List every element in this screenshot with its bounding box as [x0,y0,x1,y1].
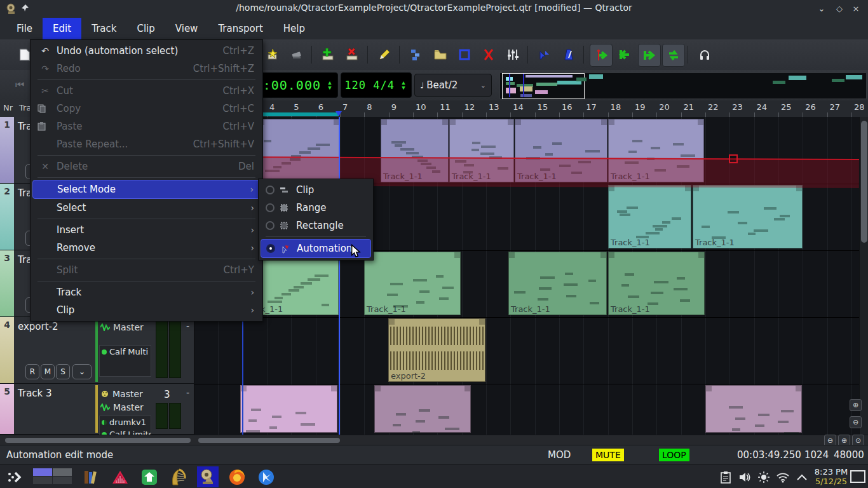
red-triangle-app-icon[interactable] [109,466,131,487]
menubar-item-transport[interactable]: Transport [208,18,273,39]
minimize-button[interactable]: ⌄ [816,3,827,15]
mixer-sliders-icon[interactable] [502,44,524,65]
plugin-item[interactable]: Calf Multi Ch [100,346,151,358]
menu-item-insert[interactable]: Insert› [32,221,261,239]
menubar-item-track[interactable]: Track [81,18,126,39]
time-spinner[interactable]: ▲▼ [325,80,335,90]
session-thumbnail[interactable] [499,72,867,99]
snap-select[interactable]: ♩ Beat/2 ⌄ [414,74,492,97]
wifi-icon[interactable] [772,466,794,487]
clip-Track_1-1-8[interactable]: Track_1-1 [364,252,461,315]
menu-item-paste-repeat-[interactable]: Paste Repeat...Ctrl+Shift+V [32,135,261,153]
track-options-chevron[interactable]: ⌄ [72,364,92,379]
track-r-button[interactable]: R [25,364,39,379]
plugin-item[interactable]: drumkv1 [100,416,151,428]
track-properties-pencil-icon[interactable] [374,44,395,65]
tracklist-scroll-handle[interactable] [5,438,191,443]
mode-item-rectangle[interactable]: Rectangle [261,217,371,234]
track-s-button[interactable]: S [56,364,70,379]
track-row-4[interactable]: 4export-2MasterCalf Multi Ch-RMS⌄ [0,317,194,384]
menubar-item-edit[interactable]: Edit [43,18,81,39]
mode-item-range[interactable]: Range [261,199,371,217]
menubar-item-file[interactable]: File [6,18,43,39]
virtual-desktops-pager[interactable] [33,468,72,484]
clip-untitled-14[interactable] [705,385,802,433]
new-take-star-icon[interactable] [262,44,283,65]
menu-item-delete[interactable]: ✕DeleteDel [32,158,261,175]
note-icon: ♩ [420,81,424,90]
rect-select-icon[interactable] [454,44,475,65]
folder-icon[interactable] [430,44,451,65]
marker-prev-icon[interactable] [614,44,635,65]
timeline-scroll-handle[interactable] [198,438,340,443]
harp-app-icon[interactable] [168,466,189,487]
clip-k_1-1-7[interactable]: k_1-1 [258,252,339,315]
clip-split-red-icon[interactable] [478,44,499,65]
timeline-canvas[interactable]: Track_1-1Track_1-1Track_1-1Track_1-1Trac… [194,117,859,435]
track-add-icon[interactable] [318,44,339,65]
brightness-icon[interactable] [753,466,775,487]
horizontal-scrollbar[interactable]: ⊖ ⊕ ⊙ [0,435,868,445]
menubar-item-clip[interactable]: Clip [126,18,165,39]
firefox-icon[interactable] [226,466,248,487]
track-output[interactable]: Master [100,401,144,414]
menu-item-cut[interactable]: ✂CutCtrl+X [32,82,261,100]
plugin-item[interactable]: Calf Limiter [100,428,151,435]
clip-Track_1-1-6[interactable]: Track_1-1 [693,185,803,248]
clip-Track_1-1-10[interactable]: Track_1-1 [608,252,705,315]
mode-item-clip[interactable]: Clip [261,181,371,199]
tempo-display[interactable]: 120 4/4 ▲▼ [341,72,412,98]
automation-arrow-icon[interactable] [534,44,555,65]
clip-blue-icon[interactable] [405,44,427,65]
track-remove-icon[interactable] [342,44,363,65]
menu-item-split[interactable]: SplitCtrl+Y [32,261,261,279]
loop-arrows-icon[interactable] [662,44,685,67]
track-output[interactable]: Master [100,388,143,400]
show-desktop-button[interactable] [850,470,865,483]
vertical-scrollbar[interactable] [859,117,868,435]
track-output[interactable]: Master [100,321,144,334]
vzoom-out-icon[interactable]: ⊖ [850,416,862,428]
clip-untitled-12[interactable] [240,385,337,433]
tempo-spinner[interactable]: ▲▼ [398,80,409,90]
blue-circle-app-icon[interactable] [255,466,277,487]
punch-in-icon[interactable] [590,44,613,67]
clipboard-icon[interactable] [715,466,736,487]
menu-item-clip[interactable]: Clip› [32,301,261,319]
menu-item-redo[interactable]: ↷RedoCtrl+Shift+Z [32,60,261,78]
metronome-blue-icon[interactable] [558,44,580,65]
menu-item-undo-automation-select-[interactable]: ↶Undo (automation select)Ctrl+Z [32,42,261,60]
close-button[interactable]: × [850,3,862,15]
vzoom-in-icon[interactable]: ⊕ [850,399,862,411]
menubar-item-view[interactable]: View [165,18,208,39]
track-m-button[interactable]: M [41,364,55,379]
volume-icon[interactable] [734,466,756,487]
marker-next-icon[interactable] [638,44,661,67]
clock[interactable]: 8:23 PM5/12/25 [812,467,850,486]
menu-item-paste[interactable]: PasteCtrl+V [32,118,261,135]
maximize-button[interactable]: ◇ [834,3,845,15]
plugin-list[interactable]: drumkv1Calf Limiter [99,416,151,435]
books-app-icon[interactable] [80,466,102,487]
clip-export-2-11[interactable]: export-2 [388,318,485,382]
headphones-icon[interactable] [694,44,715,65]
menu-item-copy[interactable]: CopyCtrl+C [32,100,261,118]
expand-chevron-icon[interactable] [791,466,813,487]
green-audio-app-icon[interactable] [139,466,160,487]
menu-item-remove[interactable]: Remove› [32,239,261,257]
menu-item-select-mode[interactable]: Select Mode› [32,180,261,199]
gramophone-app-icon[interactable] [197,466,219,487]
eraser-icon[interactable] [286,44,308,65]
automation-node[interactable] [729,154,738,163]
vertical-scroll-handle[interactable] [861,121,867,243]
menu-item-track[interactable]: Track› [32,283,261,301]
clip-Track_1-1-9[interactable]: Track_1-1 [508,252,607,315]
clip-untitled-13[interactable] [374,385,471,433]
plugin-list[interactable]: Calf Multi Ch [99,345,151,377]
menubar-item-help[interactable]: Help [273,18,315,39]
app-launcher-icon[interactable] [4,466,25,487]
menu-item-select[interactable]: Select› [32,199,261,217]
clip-Track_1-1-5[interactable]: Track_1-1 [608,185,691,248]
skip-back-icon[interactable]: ⏮ [15,79,24,91]
track-row-5[interactable]: 5Track 3MasterMasterdrumkv1Calf Limiter3… [0,384,194,435]
